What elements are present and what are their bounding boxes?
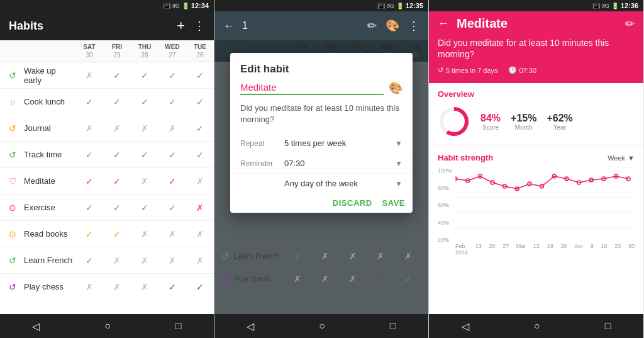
screen1-habits: 📳 3G 🔋 12:34 Habits + ⋮ SAT30FRI29THU28W… xyxy=(0,0,214,338)
habit-checks-0: ✗✓✓✓✓ xyxy=(75,70,214,81)
add-habit-button[interactable]: + xyxy=(177,18,185,34)
schedule-row: Any day of the week ▼ xyxy=(230,173,413,193)
check-cell-2-1: ✗ xyxy=(103,123,131,133)
repeat-value: 5 times per week xyxy=(284,138,395,148)
battery-icon-2: 🔋 xyxy=(396,3,404,9)
back-icon-2[interactable]: ◁ xyxy=(247,320,254,332)
month-value: +15% xyxy=(511,113,536,124)
check-cell-1-3: ✓ xyxy=(158,97,186,107)
habit-row[interactable]: ↺Journal✗✗✗✗✓ xyxy=(0,115,214,142)
x-label-16: 16 xyxy=(601,243,608,256)
year-stat: +62% Year xyxy=(547,113,572,131)
save-button[interactable]: SAVE xyxy=(382,198,405,208)
check-cell-8-1: ✗ xyxy=(103,282,131,292)
habit-checks-2: ✗✗✗✗✓ xyxy=(75,123,214,133)
check-cell-6-2: ✗ xyxy=(131,229,158,239)
dialog-actions: DISCARD SAVE xyxy=(230,193,413,213)
menu-button-2[interactable]: ⋮ xyxy=(408,19,419,33)
color-palette-icon[interactable]: 🎨 xyxy=(389,81,402,95)
year-label: Year xyxy=(547,124,572,131)
line-chart-plot xyxy=(455,167,635,243)
col-header-sat: SAT30 xyxy=(75,43,103,59)
recent-icon[interactable]: □ xyxy=(175,320,182,332)
check-cell-5-0: ✓ xyxy=(75,203,103,213)
recent-icon-3[interactable]: □ xyxy=(605,320,611,332)
screen3-meditate: 📳 3G 🔋 12:36 ← Meditate ✏ Did you medita… xyxy=(429,0,643,338)
habit-checks-1: ✓✓✓✓✓ xyxy=(75,97,214,107)
repeat-arrow: ▼ xyxy=(395,139,402,148)
status-icons-1: 📳 3G 🔋 12:34 xyxy=(163,2,209,9)
period-selector[interactable]: Week ▼ xyxy=(608,154,635,162)
habit-icon-0: ↺ xyxy=(6,69,19,82)
signal-icon-2: 3G xyxy=(387,3,394,9)
habit-icon-7: ↺ xyxy=(6,254,19,267)
status-bar-1: 📳 3G 🔋 12:34 xyxy=(0,0,214,11)
habit-row[interactable]: ↺Track time✓✓✓✓✓ xyxy=(0,142,214,168)
recent-icon-2[interactable]: □ xyxy=(390,320,396,332)
habit-row[interactable]: ○Cook lunch✓✓✓✓✓ xyxy=(0,89,214,115)
habit-row[interactable]: ↺Learn French✓✗✗✗✗ xyxy=(0,247,214,274)
x-label-30: 30 xyxy=(628,243,635,256)
edit-icon[interactable]: ✏ xyxy=(367,19,377,33)
habit-row[interactable]: ⊙Read books✓✓✗✗✗ xyxy=(0,221,214,247)
x-label-9: 9 xyxy=(591,243,594,256)
back-button-2[interactable]: ← xyxy=(223,20,235,33)
y-axis-labels: 100% 80% 60% 40% 20% xyxy=(438,167,452,243)
bg-habit-play-chess: ↺ Play chess ✗ ✗ ✗ ✓ ✓ xyxy=(214,268,428,290)
bg-habit-learn-french: ↺ Learn French ✓ ✗ ✗ ✗ ✗ xyxy=(214,245,428,268)
habit-checks-8: ✗✗✗✓✓ xyxy=(75,282,214,292)
discard-button[interactable]: DISCARD xyxy=(333,198,372,208)
x-label-20: 20 xyxy=(489,243,495,256)
overview-stats: 84% Score +15% Month +62% Year xyxy=(438,105,635,138)
check-cell-1-4: ✓ xyxy=(186,97,214,107)
reminder-label: Reminder xyxy=(240,159,284,168)
bg-chess-check-2: ✗ xyxy=(311,274,339,284)
habit-icon-5: ⊙ xyxy=(6,201,19,214)
edit-button-3[interactable]: ✏ xyxy=(625,17,635,31)
back-icon-3[interactable]: ◁ xyxy=(462,320,469,332)
x-label-27: 27 xyxy=(502,243,509,256)
month-label: Month xyxy=(511,124,536,131)
clock-icon: 🕐 xyxy=(508,66,517,74)
habit-name-3: Track time xyxy=(24,150,62,159)
habit-name-6: Read books xyxy=(24,229,67,239)
check-cell-6-3: ✗ xyxy=(158,229,186,239)
habit-row[interactable]: ⊙Exercise✓✓✓✓✗ xyxy=(0,194,214,221)
check-cell-0-2: ✓ xyxy=(131,70,158,81)
check-cell-7-1: ✗ xyxy=(103,256,131,266)
habit-row[interactable]: ↺Play chess✗✗✗✓✓ xyxy=(0,274,214,300)
status-icons-2: 📳 3G 🔋 12:35 xyxy=(377,2,423,9)
habit-name-0: Wake up early xyxy=(24,66,75,85)
habit-list: ↺Wake up early✗✓✓✓✓○Cook lunch✓✓✓✓✓↺Jour… xyxy=(0,62,214,314)
home-icon-2[interactable]: ○ xyxy=(319,320,325,332)
check-cell-3-0: ✓ xyxy=(75,150,103,160)
palette-icon-toolbar[interactable]: 🎨 xyxy=(386,19,399,33)
screen3-title: Meditate xyxy=(457,16,508,31)
habit-row[interactable]: ↺Wake up early✗✓✓✓✓ xyxy=(0,62,214,89)
back-button-3[interactable]: ← xyxy=(438,17,449,30)
battery-icon-3: 🔋 xyxy=(611,3,619,9)
signal-icon-3: 3G xyxy=(602,3,609,9)
habit-icon-2: ↺ xyxy=(6,122,19,135)
home-icon-3[interactable]: ○ xyxy=(534,320,540,332)
habit-row[interactable]: ♡Meditate✓✓✗✓✗ xyxy=(0,168,214,194)
check-cell-4-3: ✓ xyxy=(158,176,186,186)
menu-button[interactable]: ⋮ xyxy=(194,19,205,33)
check-cell-5-4: ✗ xyxy=(186,203,214,213)
check-cell-1-0: ✓ xyxy=(75,97,103,107)
back-icon[interactable]: ◁ xyxy=(32,320,40,332)
status-icons-3: 📳 3G 🔋 12:36 xyxy=(592,2,638,9)
frequency-info: ↺ 5 times in 7 days xyxy=(438,66,498,74)
habit-checks-6: ✓✓✗✗✗ xyxy=(75,229,214,239)
habit-checks-5: ✓✓✓✓✗ xyxy=(75,203,214,213)
habit-info-8: ↺Play chess xyxy=(6,281,75,293)
home-icon[interactable]: ○ xyxy=(104,320,111,332)
check-cell-2-0: ✗ xyxy=(75,123,103,133)
check-cell-5-2: ✓ xyxy=(131,203,158,213)
check-cell-4-1: ✓ xyxy=(103,176,131,186)
habit-name-input[interactable] xyxy=(240,81,384,95)
check-cell-1-2: ✓ xyxy=(131,97,158,107)
x-label-mar: Mar xyxy=(516,243,526,256)
check-cell-5-1: ✓ xyxy=(103,203,131,213)
schedule-arrow: ▼ xyxy=(395,179,402,188)
